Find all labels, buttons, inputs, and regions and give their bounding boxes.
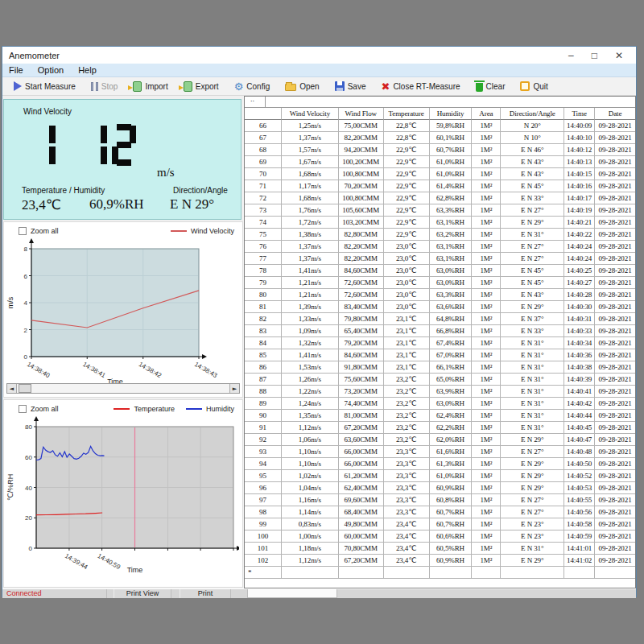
table-row[interactable]: 791,21m/s72,60CMM23,0℃63,0%RH1M²E N 45°1… [245, 277, 635, 289]
table-row[interactable]: 761,37m/s82,20CMM23,0℃63,1%RH1M²E N 27°1… [245, 241, 635, 253]
table-cell: 61,20CMM [339, 470, 384, 482]
open-button[interactable]: Open [285, 81, 319, 91]
menu-option[interactable]: Option [38, 65, 64, 75]
svg-text:20: 20 [25, 514, 32, 522]
column-header[interactable]: Time [564, 108, 595, 120]
table-cell: 65,40CMM [339, 325, 384, 337]
table-cell: 84,60CMM [339, 349, 384, 361]
clear-button[interactable]: Clear [476, 81, 506, 92]
close-button[interactable]: ✕ [615, 50, 623, 61]
table-row[interactable]: 971,16m/s69,60CMM23,3℃60,8%RH1M²E N 27°1… [245, 494, 635, 506]
table-new-row[interactable]: * [245, 567, 635, 579]
table-cell: 09-28-2021 [595, 518, 635, 530]
table-row[interactable]: 731,76m/s105,60CMM22,9℃63,3%RH1M²E N 27°… [245, 204, 635, 217]
column-header[interactable]: Area [472, 108, 501, 120]
table-row[interactable]: 871,26m/s75,60CMM23,2℃65,0%RH1M²E N 31°1… [245, 374, 635, 386]
table-cell: 1,39m/s [282, 301, 339, 313]
scrollbar-thumb[interactable] [19, 384, 31, 393]
table-cell: 1M² [472, 422, 501, 434]
column-header[interactable]: Direction/Angle [501, 108, 564, 120]
column-header[interactable]: Date [595, 108, 635, 120]
minimize-button[interactable]: – [568, 50, 574, 61]
menu-help[interactable]: Help [78, 65, 97, 75]
table-cell: 23,3℃ [384, 470, 430, 482]
close-rt-measure-button[interactable]: ✖ Close RT-Measure [381, 81, 460, 92]
zoom-all-checkbox-1[interactable]: Zoom all [19, 227, 59, 235]
table-row[interactable]: 691,67m/s100,20CMM22,9℃61,0%RH1M²E N 43°… [245, 156, 635, 168]
column-header[interactable]: Wind Velocity [282, 108, 339, 120]
table-row[interactable]: 751,38m/s82,80CMM22,9℃63,2%RH1M²E N 31°1… [245, 229, 635, 241]
scrollbar-track[interactable] [31, 384, 229, 393]
table-cell: 1,41m/s [282, 349, 339, 361]
column-header[interactable]: Humidity [430, 108, 473, 120]
table-row[interactable]: 891,24m/s74,40CMM23,2℃63,0%RH1M²E N 31°1… [245, 398, 635, 410]
quit-button[interactable]: Quit [520, 81, 547, 91]
table-row[interactable]: 990,83m/s49,80CMM23,4℃60,7%RH1M²E N 23°1… [245, 518, 635, 530]
save-button[interactable]: Save [335, 81, 366, 91]
column-header[interactable]: Temperature [384, 108, 430, 120]
table-row[interactable]: 831,09m/s65,40CMM23,1℃66,8%RH1M²E N 33°1… [245, 325, 635, 337]
table-row[interactable]: 661,25m/s75,00CMM22,8℃59,8%RH1M²N 20°14:… [245, 120, 635, 132]
print-view-button[interactable]: Print View [114, 589, 171, 598]
table-cell: 1M² [472, 470, 501, 482]
table-row[interactable]: 811,39m/s83,40CMM23,0℃63,6%RH1M²E N 29°1… [245, 301, 635, 313]
table-cell: 68 [245, 144, 282, 156]
toolbar-button-label: Import [145, 82, 167, 91]
table-row[interactable]: 701,68m/s100,80CMM22,9℃61,0%RH1M²E N 43°… [245, 168, 635, 180]
table-row[interactable]: 981,14m/s68,40CMM23,3℃60,7%RH1M²E N 27°1… [245, 506, 635, 518]
svg-text:0: 0 [24, 353, 28, 361]
table-row[interactable]: 721,68m/s100,80CMM22,9℃62,8%RH1M²E N 33°… [245, 192, 635, 204]
table-cell: 1M² [472, 204, 501, 217]
table-row[interactable]: 851,41m/s84,60CMM23,1℃67,0%RH1M²E N 31°1… [245, 349, 635, 361]
table-row[interactable]: 841,32m/s79,20CMM23,1℃67,4%RH1M²E N 31°1… [245, 337, 635, 349]
wind-velocity-chart[interactable]: 0246814:38:4014:38:4114:38:4214:38:43m/s… [4, 238, 239, 386]
menu-bar: File Option Help [2, 64, 636, 77]
chart1-scrollbar[interactable]: ◄ ► [6, 383, 240, 394]
table-row[interactable]: 951,02m/s61,20CMM23,3℃61,0%RH1M²E N 29°1… [245, 470, 635, 482]
scroll-left-icon[interactable]: ◄ [7, 384, 17, 393]
config-button[interactable]: ⚙ Config [234, 81, 270, 92]
table-row[interactable]: 861,53m/s91,80CMM23,1℃66,1%RH1M²E N 31°1… [245, 361, 635, 374]
temp-humidity-chart[interactable]: 02040608014:39:4414:40:59℃/%RHTime [4, 416, 239, 575]
table-row[interactable]: 1021,12m/s67,20CMM23,4℃60,9%RH1M²E N 29°… [245, 555, 635, 567]
table-cell: 63,60CMM [339, 434, 384, 446]
zoom-all-checkbox-2[interactable]: Zoom all [19, 405, 59, 413]
column-header[interactable]: Wind Flow [339, 108, 384, 120]
table-row[interactable]: 681,57m/s94,20CMM22,9℃60,7%RH1M²E N 46°1… [245, 144, 635, 156]
start-measure-button[interactable]: Start Measure [14, 81, 76, 91]
print-button[interactable]: Print [180, 589, 231, 598]
table-row[interactable]: 1001,00m/s60,00CMM23,4℃60,6%RH1M²E N 23°… [245, 530, 635, 543]
table-cell: 09-28-2021 [595, 434, 635, 446]
menu-file[interactable]: File [9, 65, 23, 75]
table-row[interactable]: 821,33m/s79,80CMM23,1℃64,8%RH1M²E N 37°1… [245, 313, 635, 325]
table-row[interactable]: 711,17m/s70,20CMM22,9℃61,4%RH1M²E N 45°1… [245, 180, 635, 192]
table-row[interactable]: 911,12m/s67,20CMM23,2℃62,2%RH1M²E N 31°1… [245, 422, 635, 434]
table-row[interactable]: 961,04m/s62,40CMM23,3℃60,9%RH1M²E N 29°1… [245, 482, 635, 494]
table-row[interactable]: 901,35m/s81,00CMM23,2℃62,4%RH1M²E N 31°1… [245, 410, 635, 422]
table-row[interactable]: 1011,18m/s70,80CMM23,4℃60,5%RH1M²E N 31°… [245, 543, 635, 555]
table-cell: N 10° [501, 132, 564, 144]
table-row[interactable]: 921,06m/s63,60CMM23,2℃62,0%RH1M²E N 29°1… [245, 434, 635, 446]
table-row[interactable]: 801,21m/s72,60CMM23,0℃63,3%RH1M²E N 43°1… [245, 289, 635, 301]
table-cell: 09-28-2021 [595, 530, 635, 543]
table-row[interactable]: 941,10m/s66,00CMM23,3℃61,3%RH1M²E N 29°1… [245, 458, 635, 470]
table-row[interactable]: 741,72m/s103,20CMM22,9℃63,1%RH1M²E N 29°… [245, 217, 635, 229]
table-row[interactable]: 671,37m/s82,20CMM22,8℃60,1%RH1M²N 10°14:… [245, 132, 635, 144]
stop-button[interactable]: Stop [91, 82, 118, 91]
export-button[interactable]: Export [184, 81, 219, 92]
import-button[interactable]: Import [133, 81, 167, 92]
table-cell: 14:40:47 [564, 434, 595, 446]
table-row[interactable]: 781,41m/s84,60CMM23,0℃63,0%RH1M²E N 45°1… [245, 265, 635, 277]
svg-text:℃/%RH: ℃/%RH [6, 474, 14, 502]
maximize-button[interactable]: □ [592, 50, 597, 61]
column-header[interactable] [245, 108, 282, 120]
table-row[interactable]: 881,22m/s73,20CMM23,2℃63,9%RH1M²E N 31°1… [245, 386, 635, 398]
table-cell: 09-28-2021 [595, 229, 635, 241]
table-cell: 14:40:24 [564, 241, 595, 253]
table-row[interactable]: 771,37m/s82,20CMM23,0℃63,1%RH1M²E N 27°1… [245, 253, 635, 265]
app-window: Anemometer – □ ✕ File Option Help Start … [2, 46, 637, 597]
measurement-table[interactable]: .. Wind VelocityWind FlowTemperatureHumi… [244, 96, 636, 588]
table-row[interactable]: 931,10m/s66,00CMM23,3℃61,6%RH1M²E N 27°1… [245, 446, 635, 458]
scroll-right-icon[interactable]: ► [229, 384, 239, 393]
table-cell: 89 [245, 398, 282, 410]
